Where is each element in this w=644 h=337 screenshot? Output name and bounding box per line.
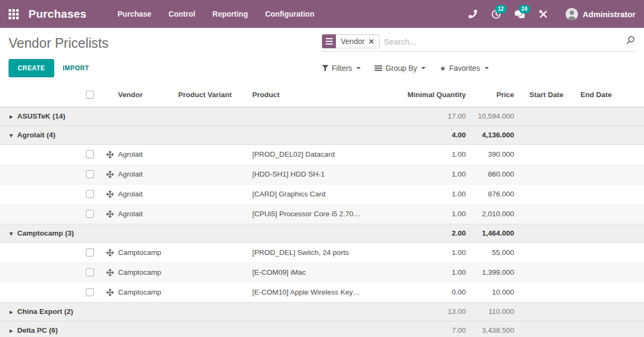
user-avatar xyxy=(566,8,578,20)
row-vendor: Agrolait xyxy=(118,144,178,164)
group-row[interactable]: ▸ASUSTeK (14) 17.00 10,594.000 xyxy=(0,107,644,126)
row-vendor: Agrolait xyxy=(118,164,178,184)
row-end-date xyxy=(566,184,614,204)
group-price-total: 4,136.000 xyxy=(468,126,516,144)
drag-handle-icon[interactable] xyxy=(106,171,114,178)
user-menu[interactable]: Administrator xyxy=(566,8,635,20)
messages-badge: 24 xyxy=(519,5,530,13)
phone-icon xyxy=(469,10,477,18)
group-expand-arrow[interactable]: ▾ xyxy=(10,230,17,237)
pricelist-row[interactable]: Camptocamp [E-COM09] iMac 1.00 1,399.000 xyxy=(0,262,644,282)
col-vendor[interactable]: Vendor xyxy=(118,83,178,107)
pricelist-row[interactable]: Agrolait [PROD_DEL02] Datacard 1.00 390.… xyxy=(0,144,644,164)
favorites-menu[interactable]: ★ Favorites xyxy=(440,64,488,72)
row-start-date xyxy=(516,164,566,184)
row-checkbox[interactable] xyxy=(86,288,94,296)
group-expand-arrow[interactable]: ▾ xyxy=(10,132,17,139)
filter-funnel-icon xyxy=(322,65,328,71)
drag-handle-icon[interactable] xyxy=(106,269,114,276)
select-all-checkbox[interactable] xyxy=(86,91,94,99)
col-product-variant[interactable]: Product Variant xyxy=(178,83,252,107)
col-end-date[interactable]: End Date xyxy=(566,83,614,107)
search-input[interactable] xyxy=(384,37,621,46)
search-facet-vendor[interactable]: Vendor ✕ xyxy=(322,34,379,48)
col-start-date[interactable]: Start Date xyxy=(516,83,566,107)
apps-menu-icon[interactable] xyxy=(9,9,19,19)
drag-handle-icon[interactable] xyxy=(106,249,114,257)
row-price: 1,399.000 xyxy=(468,262,516,282)
menu-reporting[interactable]: Reporting xyxy=(206,5,254,23)
row-minimal-quantity: 1.00 xyxy=(361,262,468,282)
group-minimal-quantity-total: 13.00 xyxy=(361,302,468,321)
voip-phone-button[interactable] xyxy=(464,5,482,23)
messages-button[interactable]: 24 xyxy=(511,5,529,23)
table-header-row: Vendor Product Variant Product Minimal Q… xyxy=(0,83,644,107)
row-checkbox[interactable] xyxy=(86,248,94,257)
row-product: [E-COM10] Apple Wireless Keyboard xyxy=(252,282,361,302)
facet-remove-icon[interactable]: ✕ xyxy=(368,38,374,46)
group-by-label: Group By xyxy=(385,64,417,72)
group-by-icon xyxy=(375,65,382,71)
row-product: [CPUi5] Processor Core i5 2.70 Ghz xyxy=(252,204,361,224)
chevron-down-icon xyxy=(356,67,361,69)
row-price: 876.000 xyxy=(468,184,516,204)
drag-handle-icon[interactable] xyxy=(106,191,114,198)
row-product-variant xyxy=(178,204,252,224)
row-product: [E-COM09] iMac xyxy=(252,262,361,282)
row-start-date xyxy=(516,144,566,164)
group-minimal-quantity-total: 17.00 xyxy=(361,107,468,126)
row-product-variant xyxy=(178,243,252,262)
import-button[interactable]: IMPORT xyxy=(63,64,89,72)
row-checkbox[interactable] xyxy=(86,170,94,178)
action-buttons: CREATE IMPORT xyxy=(9,59,322,77)
group-price-total: 3,438.500 xyxy=(468,321,516,337)
menu-purchase[interactable]: Purchase xyxy=(111,5,158,23)
drag-handle-icon[interactable] xyxy=(106,289,114,296)
pricelist-row[interactable]: Agrolait [HDD-SH1] HDD SH-1 1.00 860.000 xyxy=(0,164,644,184)
row-start-date xyxy=(516,282,566,302)
pricelist-row[interactable]: Camptocamp [E-COM10] Apple Wireless Keyb… xyxy=(0,282,644,302)
tools-button[interactable] xyxy=(535,5,553,23)
create-button[interactable]: CREATE xyxy=(9,59,54,77)
row-checkbox[interactable] xyxy=(86,210,94,218)
menu-control[interactable]: Control xyxy=(162,5,202,23)
search-icon[interactable] xyxy=(626,35,635,47)
group-row[interactable]: ▸Delta PC (6) 7.00 3,438.500 xyxy=(0,321,644,337)
group-expand-arrow[interactable]: ▸ xyxy=(10,327,17,334)
group-by-menu[interactable]: Group By xyxy=(375,64,426,72)
row-checkbox[interactable] xyxy=(86,268,94,276)
row-end-date xyxy=(566,243,614,262)
row-product-variant xyxy=(178,184,252,204)
row-product: [PROD_DEL] Switch, 24 ports xyxy=(252,243,361,262)
col-product[interactable]: Product xyxy=(252,83,361,107)
drag-handle-icon[interactable] xyxy=(106,151,114,158)
col-minimal-quantity[interactable]: Minimal Quantity xyxy=(361,83,468,107)
activities-button[interactable]: 12 xyxy=(487,5,506,23)
menu-configuration[interactable]: Configuration xyxy=(259,5,321,23)
app-name[interactable]: Purchases xyxy=(28,8,86,20)
row-end-date xyxy=(566,262,614,282)
group-row[interactable]: ▾Agrolait (4) 4.00 4,136.000 xyxy=(0,126,644,144)
filters-menu[interactable]: Filters xyxy=(322,64,361,72)
pricelist-table: Vendor Product Variant Product Minimal Q… xyxy=(0,83,644,337)
row-product: [PROD_DEL02] Datacard xyxy=(252,144,361,164)
row-start-date xyxy=(516,204,566,224)
pricelist-row[interactable]: Camptocamp [PROD_DEL] Switch, 24 ports 1… xyxy=(0,243,644,262)
group-expand-arrow[interactable]: ▸ xyxy=(10,309,17,316)
row-price: 2,010.000 xyxy=(468,204,516,224)
group-expand-arrow[interactable]: ▸ xyxy=(10,113,17,120)
row-checkbox[interactable] xyxy=(86,190,94,198)
row-price: 860.000 xyxy=(468,164,516,184)
group-row[interactable]: ▾Camptocamp (3) 2.00 1,464.000 xyxy=(0,224,644,243)
group-minimal-quantity-total: 7.00 xyxy=(361,321,468,337)
user-name: Administrator xyxy=(583,10,635,19)
group-label: ASUSTeK (14) xyxy=(17,112,65,120)
pricelist-row[interactable]: Agrolait [CPUi5] Processor Core i5 2.70 … xyxy=(0,204,644,224)
drag-handle-icon[interactable] xyxy=(106,210,114,218)
group-row[interactable]: ▸China Export (2) 13.00 110.000 xyxy=(0,302,644,321)
pricelist-row[interactable]: Agrolait [CARD] Graphics Card 1.00 876.0… xyxy=(0,184,644,204)
star-icon: ★ xyxy=(440,64,446,72)
col-price[interactable]: Price xyxy=(468,83,516,107)
search-bar[interactable]: Vendor ✕ xyxy=(322,34,635,52)
row-checkbox[interactable] xyxy=(86,150,94,158)
